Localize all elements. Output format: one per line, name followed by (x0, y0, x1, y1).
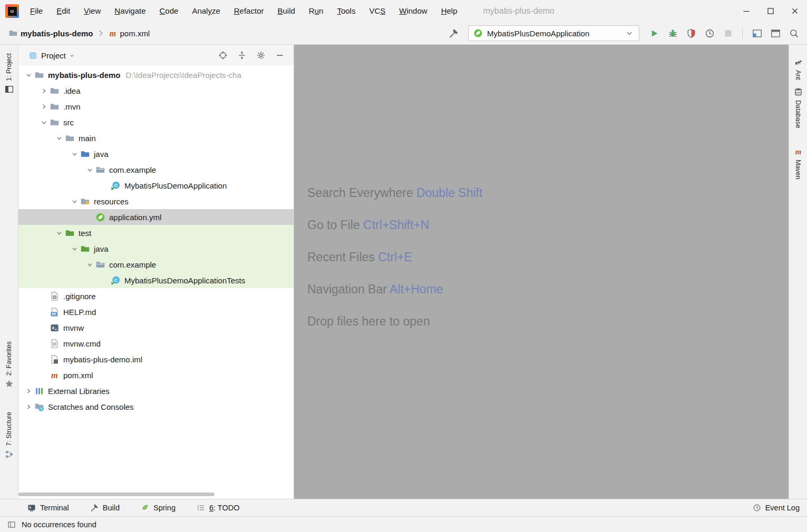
tree-item-gitignore[interactable]: .gitignore (18, 288, 294, 304)
menu-code[interactable]: Code (153, 0, 186, 22)
debug-icon (668, 28, 678, 38)
main-area: 1: Project 2: Favorites 7: Structure Pro… (0, 45, 807, 499)
tool-button-database[interactable]: Database (794, 87, 803, 129)
chevron-down-icon[interactable] (69, 150, 80, 158)
tree-item-java[interactable]: java (18, 146, 294, 162)
tree-item-mvn[interactable]: .mvn (18, 98, 294, 114)
close-button[interactable] (783, 0, 807, 22)
menu-file[interactable]: File (23, 0, 50, 22)
tool-window-button-build[interactable]: Build (90, 504, 120, 512)
event-log-button[interactable]: Event Log (753, 504, 800, 512)
tool-button-structure-label: 7: Structure (5, 412, 13, 446)
menu-window[interactable]: Window (392, 0, 434, 22)
tree-item-java[interactable]: java (18, 241, 294, 257)
menu-view[interactable]: View (77, 0, 108, 22)
chevron-right-icon[interactable] (38, 102, 50, 111)
menu-build[interactable]: Build (270, 0, 302, 22)
tool-button-favorites[interactable]: 2: Favorites (5, 341, 14, 388)
tree-item-mybatis-plus-demo[interactable]: mybatis-plus-demoD:\IdeaProjects\IdeaPro… (18, 67, 294, 83)
locate-file-button[interactable] (216, 48, 230, 63)
tool-windows-icon (752, 28, 762, 38)
menu-bar: FileEditViewNavigateCodeAnalyzeRefactorB… (23, 0, 464, 22)
menu-vcs[interactable]: VCS (362, 0, 392, 22)
chevron-right-icon[interactable] (38, 86, 50, 95)
tool-button-maven[interactable]: m Maven (794, 147, 803, 180)
tool-button-ant[interactable]: Ant (794, 57, 803, 80)
tool-window-button-spring[interactable]: Spring (141, 504, 176, 512)
editor-preview-button[interactable] (767, 25, 783, 41)
tree-item-label: HELP.md (63, 308, 96, 317)
tree-item-external-libraries[interactable]: External Libraries (18, 383, 294, 399)
minimize-button[interactable] (734, 0, 759, 22)
tree-item-src[interactable]: src (18, 114, 294, 130)
libraries-icon (34, 386, 44, 396)
tree-item-mybatisplusdemoapplication[interactable]: CMybatisPlusDemoApplication (18, 178, 294, 193)
tool-button-structure[interactable]: 7: Structure (5, 412, 14, 459)
test-class-icon: C (111, 275, 121, 285)
tree-item-scratches-and-consoles[interactable]: Scratches and Consoles (18, 399, 294, 415)
menu-navigate[interactable]: Navigate (108, 0, 152, 22)
project-view-selector[interactable]: Project (41, 51, 66, 60)
tree-item-resources[interactable]: resources (18, 193, 294, 209)
tree-item-label: MybatisPlusDemoApplication (124, 181, 227, 190)
chevron-down-icon[interactable] (38, 118, 50, 126)
breadcrumb-project[interactable]: mybatis-plus-demo (21, 29, 93, 38)
editor-area[interactable]: Search Everywhere Double ShiftGo to File… (294, 45, 789, 499)
breadcrumb-file[interactable]: pom.xml (120, 29, 150, 38)
run-button[interactable] (646, 25, 662, 41)
debug-button[interactable] (665, 25, 680, 41)
tree-item-help-md[interactable]: MDHELP.md (18, 304, 294, 320)
close-icon (790, 6, 800, 16)
tool-window-button-label: Build (103, 504, 120, 512)
tree-item-mybatis-plus-demo-iml[interactable]: IJmybatis-plus-demo.iml (18, 351, 294, 367)
tree-item-idea[interactable]: .idea (18, 83, 294, 98)
tree-item-com-example[interactable]: com.example (18, 257, 294, 272)
tree-item-mybatisplusdemoapplicationtests[interactable]: CMybatisPlusDemoApplicationTests (18, 272, 294, 288)
menu-run[interactable]: Run (302, 0, 330, 22)
chevron-down-icon[interactable] (53, 229, 65, 237)
maximize-button[interactable] (759, 0, 783, 22)
search-everywhere-button[interactable] (786, 25, 802, 41)
tree-item-application-yml[interactable]: application.yml (18, 209, 294, 225)
tool-windows-button[interactable] (749, 25, 765, 41)
profiler-button[interactable] (702, 25, 717, 41)
run-configuration-select[interactable]: MybatisPlusDemoApplication (468, 25, 639, 41)
hide-panel-button[interactable] (273, 48, 287, 63)
tree-item-test[interactable]: test (18, 225, 294, 241)
chevron-down-icon[interactable] (53, 134, 65, 142)
maven-icon: m (794, 147, 803, 156)
chevron-down-icon[interactable] (23, 71, 34, 79)
chevron-right-icon[interactable] (23, 387, 34, 395)
structure-icon (5, 450, 14, 459)
tool-window-button-terminal[interactable]: Terminal (27, 504, 69, 512)
tree-item-mvnw-cmd[interactable]: mvnw.cmd (18, 336, 294, 351)
collapse-all-button[interactable] (235, 48, 249, 63)
tree-item-pom-xml[interactable]: mpom.xml (18, 367, 294, 383)
panel-settings-button[interactable] (254, 48, 268, 63)
chevron-down-icon[interactable] (84, 165, 95, 174)
menu-tools[interactable]: Tools (330, 0, 362, 22)
tool-window-button-6-todo[interactable]: 6: TODO (197, 504, 240, 512)
chevron-down-icon[interactable] (69, 197, 80, 205)
project-tree: mybatis-plus-demoD:\IdeaProjects\IdeaPro… (18, 66, 294, 499)
build-button[interactable] (445, 25, 461, 41)
chevron-down-icon[interactable] (84, 260, 95, 269)
stop-button[interactable] (720, 25, 736, 41)
project-tab-icon (29, 52, 37, 60)
star-icon (5, 379, 14, 388)
tree-item-mvnw[interactable]: mvnw (18, 320, 294, 336)
menu-help[interactable]: Help (434, 0, 464, 22)
menu-analyze[interactable]: Analyze (185, 0, 227, 22)
tree-item-main[interactable]: main (18, 130, 294, 146)
menu-refactor[interactable]: Refactor (227, 0, 271, 22)
chevron-right-icon (96, 28, 105, 38)
menu-edit[interactable]: Edit (50, 0, 77, 22)
chevron-down-icon[interactable] (69, 52, 75, 59)
chevron-down-icon[interactable] (69, 244, 80, 253)
tool-button-project[interactable]: 1: Project (5, 53, 14, 94)
horizontal-scrollbar[interactable] (18, 492, 215, 496)
folder-icon (50, 86, 60, 96)
coverage-button[interactable] (683, 25, 699, 41)
tree-item-com-example[interactable]: com.example (18, 162, 294, 178)
chevron-right-icon[interactable] (23, 402, 34, 411)
